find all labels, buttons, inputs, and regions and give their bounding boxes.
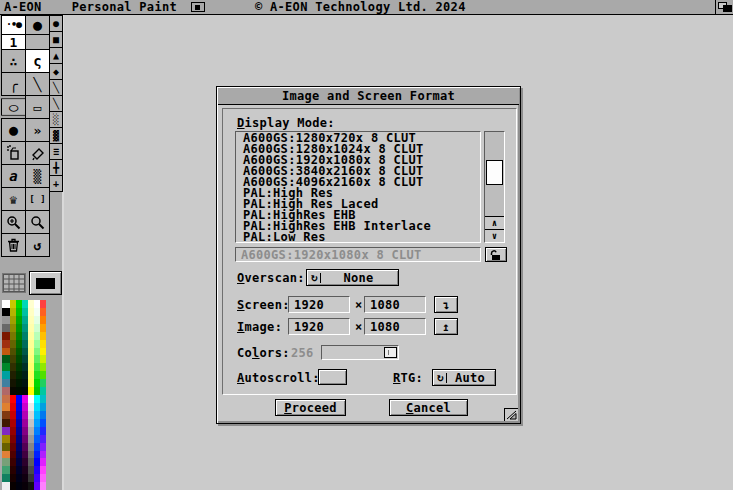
palette-grid-icon[interactable]	[2, 273, 26, 293]
shape-circle-icon[interactable]: ●	[49, 15, 63, 32]
shape-thick-line-icon[interactable]: ╲	[49, 79, 63, 96]
palette-color[interactable]	[2, 316, 10, 324]
palette-color[interactable]	[40, 403, 46, 411]
round-brush-icon[interactable]: ●	[25, 15, 50, 35]
palette-color[interactable]	[2, 403, 10, 411]
dot-brush-icon[interactable]: ·•●	[1, 15, 26, 35]
palette-color[interactable]	[2, 340, 10, 348]
resize-gadget[interactable]	[504, 408, 518, 421]
shape-plus-icon[interactable]: +	[49, 175, 63, 192]
palette-color[interactable]	[2, 458, 10, 466]
airbrush-icon[interactable]: ∴	[1, 49, 26, 73]
palette-color[interactable]	[40, 387, 46, 395]
brush-select-icon[interactable]: [ ]	[25, 187, 50, 211]
filled-ellipse-icon[interactable]: ●	[1, 118, 26, 142]
palette-color[interactable]	[2, 451, 10, 459]
shape-dense-icon[interactable]: ▓	[49, 127, 63, 144]
magnify-icon[interactable]	[25, 210, 50, 234]
palette-color[interactable]	[2, 466, 10, 474]
mode-lock-button[interactable]	[485, 247, 507, 262]
image-width-input[interactable]: 1920	[288, 318, 350, 335]
palette-color[interactable]	[2, 355, 10, 363]
dither-icon[interactable]: ▒	[25, 164, 50, 188]
zoom-in-icon[interactable]	[1, 210, 26, 234]
palette-color[interactable]	[40, 316, 46, 324]
palette-color[interactable]	[2, 308, 10, 316]
display-mode-option[interactable]: PAL:Low Res	[243, 232, 480, 243]
rtg-cycle-button[interactable]: ↻ Auto	[432, 369, 496, 386]
shape-square-icon[interactable]: ■	[49, 31, 63, 48]
palette-color[interactable]	[2, 435, 10, 443]
palette-color[interactable]	[40, 466, 46, 474]
fill-icon[interactable]	[25, 141, 50, 165]
trash-icon[interactable]	[1, 233, 26, 257]
cancel-button[interactable]: Cancel	[389, 399, 468, 416]
scrollbar-trough[interactable]	[485, 132, 504, 216]
palette-color[interactable]	[2, 371, 10, 379]
colors-slider-knob[interactable]	[384, 347, 397, 358]
palette-color[interactable]	[40, 371, 46, 379]
palette-color[interactable]	[40, 379, 46, 387]
screen-depth-gadget[interactable]	[715, 0, 733, 14]
palette-color[interactable]	[2, 427, 10, 435]
palette-color[interactable]	[40, 395, 46, 403]
palette-color[interactable]	[40, 482, 46, 490]
shape-dots-icon[interactable]: ░	[49, 111, 63, 128]
proceed-button[interactable]: Proceed	[275, 399, 346, 416]
palette-color[interactable]	[2, 474, 10, 482]
scrollbar-thumb[interactable]	[486, 160, 503, 185]
palette-color[interactable]	[40, 300, 46, 308]
palette-color[interactable]	[2, 443, 10, 451]
screen-height-input[interactable]: 1080	[364, 296, 426, 313]
colors-slider[interactable]	[321, 345, 399, 360]
copy-image-to-screen-button[interactable]: ↥	[434, 318, 458, 335]
line-icon[interactable]: ╲	[25, 72, 50, 96]
palette-color[interactable]	[40, 355, 46, 363]
shape-thin-line-icon[interactable]: ╲	[49, 95, 63, 112]
current-color-indicator[interactable]	[29, 271, 62, 295]
palette-color[interactable]	[40, 443, 46, 451]
shape-triangle-icon[interactable]: ▲	[49, 47, 63, 64]
palette-color[interactable]	[40, 348, 46, 356]
palette-color[interactable]	[2, 300, 10, 308]
palette-color[interactable]	[2, 395, 10, 403]
undo-icon[interactable]: ↺	[25, 233, 50, 257]
overscan-cycle-button[interactable]: ↻ None	[306, 269, 399, 286]
palette-color[interactable]	[40, 411, 46, 419]
palette-color[interactable]	[2, 324, 10, 332]
text-icon[interactable]: a	[1, 164, 26, 188]
ellipse-icon[interactable]: ◯	[1, 98, 26, 115]
shape-cross-icon[interactable]: ╋	[49, 159, 63, 176]
display-mode-list[interactable]: A600GS:1280x720x 8 CLUTA600GS:1280x1024x…	[235, 131, 481, 243]
crown-icon[interactable]: ♛	[1, 187, 26, 211]
shape-diamond-icon[interactable]: ◆	[49, 63, 63, 80]
box-icon[interactable]: ▭	[25, 95, 50, 119]
palette-color[interactable]	[2, 348, 10, 356]
palette-color[interactable]	[2, 411, 10, 419]
palette-color[interactable]	[40, 308, 46, 316]
brush-1-icon[interactable]: 1	[1, 34, 26, 50]
palette-color[interactable]	[2, 379, 10, 387]
palette-color[interactable]	[40, 340, 46, 348]
screen-width-input[interactable]: 1920	[288, 296, 350, 313]
palette-color[interactable]	[40, 458, 46, 466]
palette-color[interactable]	[40, 435, 46, 443]
polygon-icon[interactable]: »	[25, 118, 50, 142]
palette-color[interactable]	[2, 363, 10, 371]
palette-color[interactable]	[2, 482, 10, 490]
curve-icon[interactable]: ╭	[1, 72, 26, 96]
scroll-up-button[interactable]: ∧	[485, 216, 504, 229]
palette-color[interactable]	[2, 419, 10, 427]
copy-screen-to-image-button[interactable]: ↴	[434, 296, 458, 313]
autoscroll-checkbox[interactable]	[318, 369, 347, 385]
palette-color[interactable]	[40, 332, 46, 340]
palette-color[interactable]	[2, 387, 10, 395]
scroll-down-button[interactable]: ∨	[485, 229, 504, 242]
dialog-titlebar[interactable]: Image and Screen Format	[218, 88, 519, 105]
palette-color[interactable]	[40, 451, 46, 459]
palette-color[interactable]	[40, 474, 46, 482]
palette-color[interactable]	[2, 332, 10, 340]
palette-color[interactable]	[40, 324, 46, 332]
freehand-icon[interactable]: ς	[25, 49, 50, 73]
shape-lines-icon[interactable]: ≡	[49, 143, 63, 160]
